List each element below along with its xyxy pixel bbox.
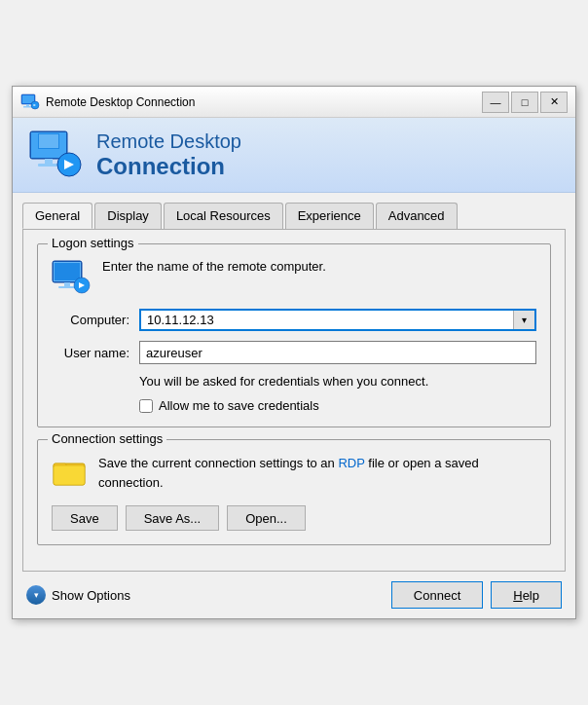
logon-settings-section: Logon settings Enter the name of the rem…: [37, 243, 551, 427]
computer-label: Computer:: [52, 313, 139, 327]
connection-buttons: Save Save As... Open...: [52, 505, 536, 531]
credentials-note: You will be asked for credentials when y…: [139, 374, 536, 389]
svg-rect-17: [64, 282, 70, 286]
header-line2: Connection: [96, 153, 241, 180]
svg-rect-2: [26, 104, 29, 106]
svg-rect-22: [54, 465, 85, 485]
connect-button[interactable]: Connect: [391, 581, 483, 609]
computer-row: Computer: ▾: [52, 309, 536, 331]
tab-content: Logon settings Enter the name of the rem…: [22, 229, 566, 572]
show-options-button[interactable]: ▾ Show Options: [26, 585, 130, 605]
svg-rect-3: [23, 106, 32, 108]
logon-description: Enter the name of the remote computer.: [102, 258, 326, 276]
header-banner: Remote Desktop Connection: [13, 118, 575, 193]
logon-computer-icon: [52, 260, 91, 295]
tab-advanced[interactable]: Advanced: [376, 203, 458, 229]
computer-dropdown-arrow[interactable]: ▾: [513, 311, 534, 329]
connection-header: Save the current connection settings to …: [52, 454, 536, 492]
tab-bar: General Display Local Resources Experien…: [22, 203, 566, 229]
computer-input-group: ▾: [139, 309, 536, 331]
show-options-icon: ▾: [26, 585, 46, 605]
tab-general[interactable]: General: [22, 203, 92, 229]
show-options-label: Show Options: [52, 588, 130, 603]
header-title: Remote Desktop Connection: [96, 130, 241, 180]
save-as-button[interactable]: Save As...: [126, 505, 220, 531]
title-bar-text: Remote Desktop Connection: [46, 95, 482, 109]
help-button[interactable]: Help: [491, 581, 562, 609]
minimize-button[interactable]: —: [482, 92, 509, 113]
footer-action-buttons: Connect Help: [391, 581, 562, 609]
svg-rect-18: [58, 286, 76, 288]
save-credentials-checkbox[interactable]: [139, 399, 153, 413]
tabs-container: General Display Local Resources Experien…: [13, 193, 575, 229]
svg-rect-16: [55, 263, 80, 280]
save-button[interactable]: Save: [52, 505, 118, 531]
svg-rect-1: [22, 95, 34, 103]
main-window: Remote Desktop Connection — □ ✕ Remote D…: [12, 86, 576, 619]
computer-input[interactable]: [141, 311, 513, 329]
folder-icon: [52, 454, 87, 489]
title-bar: Remote Desktop Connection — □ ✕: [13, 87, 575, 118]
svg-rect-9: [39, 134, 58, 148]
tab-experience[interactable]: Experience: [285, 203, 374, 229]
header-line1: Remote Desktop: [96, 130, 241, 153]
header-icon: [28, 130, 83, 180]
username-row: User name:: [52, 341, 536, 364]
open-button[interactable]: Open...: [227, 505, 306, 531]
close-button[interactable]: ✕: [540, 92, 568, 113]
logon-header: Enter the name of the remote computer.: [52, 258, 536, 295]
tab-display[interactable]: Display: [94, 203, 162, 229]
logon-section-title: Logon settings: [48, 236, 138, 250]
svg-rect-11: [38, 164, 59, 167]
connection-settings-section: Connection settings Save the current con…: [37, 439, 551, 545]
rdp-link: RDP: [338, 456, 364, 470]
save-credentials-row: Allow me to save credentials: [139, 398, 536, 413]
username-label: User name:: [52, 346, 139, 360]
connection-description: Save the current connection settings to …: [98, 454, 536, 492]
tab-local-resources[interactable]: Local Resources: [164, 203, 283, 229]
save-credentials-label: Allow me to save credentials: [159, 398, 319, 413]
title-bar-controls: — □ ✕: [482, 92, 568, 113]
username-input[interactable]: [139, 341, 536, 364]
svg-rect-10: [45, 159, 53, 164]
footer: ▾ Show Options Connect Help: [13, 572, 575, 618]
app-icon: [20, 93, 40, 112]
maximize-button[interactable]: □: [511, 92, 538, 113]
connection-section-title: Connection settings: [48, 431, 166, 446]
